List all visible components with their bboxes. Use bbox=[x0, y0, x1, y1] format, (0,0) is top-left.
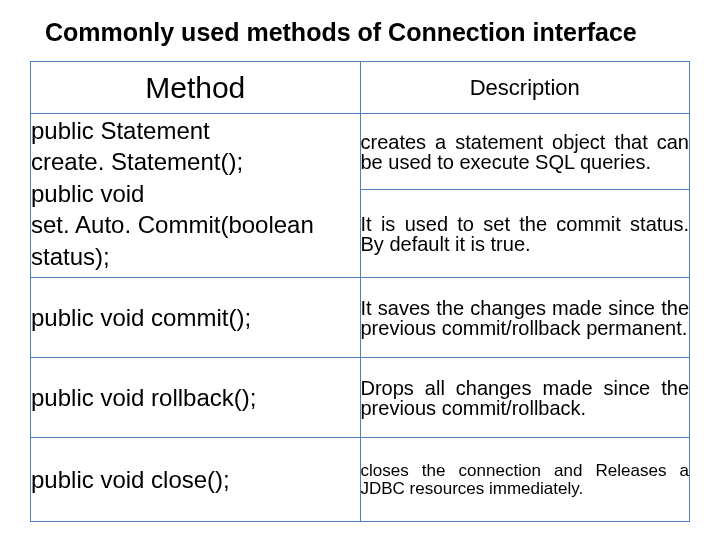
description-cell: creates a statement object that can be u… bbox=[360, 114, 690, 190]
description-cell: closes the connection and Releases a JDB… bbox=[360, 438, 690, 522]
page-title: Commonly used methods of Connection inte… bbox=[30, 18, 690, 47]
method-text: status); bbox=[31, 243, 360, 271]
methods-table: Method Description public Statement crea… bbox=[30, 61, 690, 522]
method-cell: public void commit(); bbox=[31, 278, 361, 358]
method-text: set. Auto. Commit(boolean bbox=[31, 211, 360, 239]
description-cell: It is used to set the commit status. By … bbox=[360, 190, 690, 278]
table-header-row: Method Description bbox=[31, 62, 690, 114]
method-cell: public void close(); bbox=[31, 438, 361, 522]
description-cell: Drops all changes made since the previou… bbox=[360, 358, 690, 438]
method-cell: public void rollback(); bbox=[31, 358, 361, 438]
header-method: Method bbox=[31, 62, 361, 114]
description-cell: It saves the changes made since the prev… bbox=[360, 278, 690, 358]
method-text: create. Statement(); bbox=[31, 148, 360, 176]
table-row: public void close(); closes the connecti… bbox=[31, 438, 690, 522]
method-cell-merged: public Statement create. Statement(); pu… bbox=[31, 114, 361, 278]
table-row: public Statement create. Statement(); pu… bbox=[31, 114, 690, 190]
header-description: Description bbox=[360, 62, 690, 114]
table-row: public void commit(); It saves the chang… bbox=[31, 278, 690, 358]
table-row: public void rollback(); Drops all change… bbox=[31, 358, 690, 438]
method-text: public void bbox=[31, 180, 360, 208]
method-text: public Statement bbox=[31, 117, 360, 145]
